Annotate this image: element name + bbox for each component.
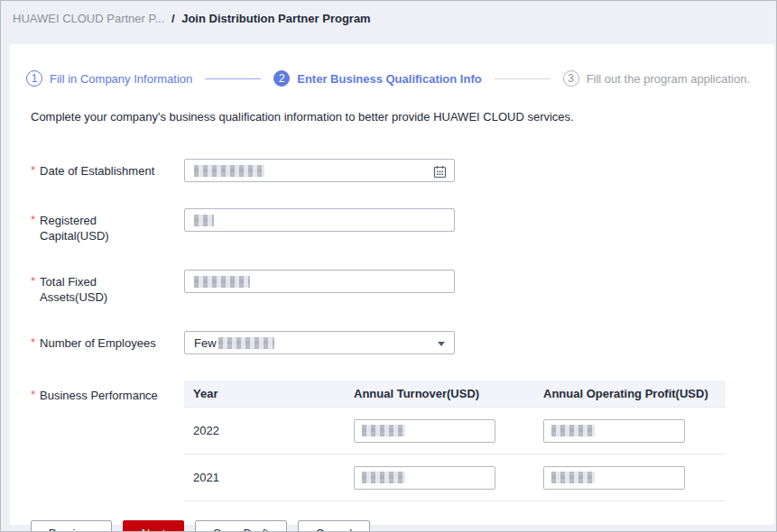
date-of-establishment-label: * Date of Establishment xyxy=(31,159,184,179)
content-card: 1 Fill in Company Information 2 Enter Bu… xyxy=(10,44,774,525)
form-row-total-fixed-assets: * Total Fixed Assets(USD) xyxy=(31,270,774,305)
table-header-row: Year Annual Turnover(USD) Annual Operati… xyxy=(184,381,726,408)
total-fixed-assets-label: * Total Fixed Assets(USD) xyxy=(31,270,184,305)
required-asterisk: * xyxy=(31,274,35,305)
save-draft-button[interactable]: Save Draft xyxy=(195,520,287,532)
table-row-2021: 2021 xyxy=(184,454,726,501)
step-2-business-qualification: 2 Enter Business Qualification Info xyxy=(273,70,481,87)
app-window: HUAWEI CLOUD Partner P... / Join Distrib… xyxy=(0,0,777,532)
step-3-number: 3 xyxy=(563,70,579,87)
required-asterisk: * xyxy=(31,335,35,351)
number-of-employees-select[interactable]: Few xyxy=(184,331,455,354)
turnover-2022-input[interactable] xyxy=(354,419,495,443)
table-header-annual-operating-profit: Annual Operating Profit(USD) xyxy=(534,387,726,400)
required-asterisk: * xyxy=(31,163,35,179)
profit-2021-input[interactable] xyxy=(543,466,685,490)
turnover-2021-input[interactable] xyxy=(354,466,495,490)
page-title: Join Distribution Partner Program xyxy=(181,12,370,25)
step-connector-1 xyxy=(205,78,261,79)
step-2-number: 2 xyxy=(273,70,290,87)
total-fixed-assets-input[interactable] xyxy=(184,270,455,293)
qualification-form: * Date of Establishment xyxy=(31,159,774,532)
table-header-year: Year xyxy=(184,387,345,400)
registered-capital-label: * Registered Capital(USD) xyxy=(31,208,184,243)
required-asterisk: * xyxy=(31,213,35,243)
breadcrumb-parent-link[interactable]: HUAWEI CLOUD Partner P... xyxy=(13,12,164,25)
calendar-icon[interactable] xyxy=(431,163,448,179)
registered-capital-input[interactable] xyxy=(184,208,455,232)
redacted-date-value xyxy=(194,165,264,177)
year-cell: 2022 xyxy=(184,424,345,437)
redacted-assets-value xyxy=(194,276,250,288)
step-3-label: Fill out the program application. xyxy=(587,72,750,86)
chevron-down-icon[interactable] xyxy=(438,342,445,346)
profit-2022-input[interactable] xyxy=(543,419,685,443)
breadcrumb: HUAWEI CLOUD Partner P... / Join Distrib… xyxy=(13,12,371,25)
required-asterisk: * xyxy=(31,388,35,403)
employees-value-prefix: Few xyxy=(194,336,217,350)
year-cell: 2021 xyxy=(184,471,345,484)
redacted-employees-value xyxy=(218,337,274,349)
previous-button[interactable]: Previous xyxy=(31,520,112,532)
form-row-business-performance: * Business Performance Year Annual Turno… xyxy=(31,381,774,501)
cancel-button[interactable]: Cancel xyxy=(298,520,370,532)
next-button[interactable]: Next xyxy=(123,520,184,532)
business-performance-table: Year Annual Turnover(USD) Annual Operati… xyxy=(184,381,726,501)
redacted-turnover-2022 xyxy=(362,425,405,436)
form-row-date-of-establishment: * Date of Establishment xyxy=(31,159,774,182)
breadcrumb-separator: / xyxy=(171,12,175,25)
redacted-capital-value xyxy=(194,215,214,226)
step-1-company-information[interactable]: 1 Fill in Company Information xyxy=(26,70,192,87)
business-performance-label: * Business Performance xyxy=(31,381,184,403)
step-wizard: 1 Fill in Company Information 2 Enter Bu… xyxy=(26,69,774,87)
step-2-label: Enter Business Qualification Info xyxy=(297,72,481,86)
intro-text: Complete your company's business qualifi… xyxy=(31,110,774,124)
step-3-program-application: 3 Fill out the program application. xyxy=(563,70,750,87)
date-of-establishment-input[interactable] xyxy=(184,159,455,182)
table-row-2022: 2022 xyxy=(184,408,726,454)
redacted-turnover-2021 xyxy=(362,472,405,483)
number-of-employees-label: * Number of Employees xyxy=(31,331,184,351)
redacted-profit-2021 xyxy=(551,472,595,483)
form-footer: Previous Next Save Draft Cancel xyxy=(31,520,774,532)
step-1-label: Fill in Company Information xyxy=(50,72,192,86)
form-row-registered-capital: * Registered Capital(USD) xyxy=(31,208,774,243)
redacted-profit-2022 xyxy=(551,425,595,436)
table-header-annual-turnover: Annual Turnover(USD) xyxy=(345,387,534,400)
step-1-number: 1 xyxy=(26,70,42,87)
step-connector-2 xyxy=(495,78,550,79)
form-row-number-of-employees: * Number of Employees Few xyxy=(31,331,774,354)
